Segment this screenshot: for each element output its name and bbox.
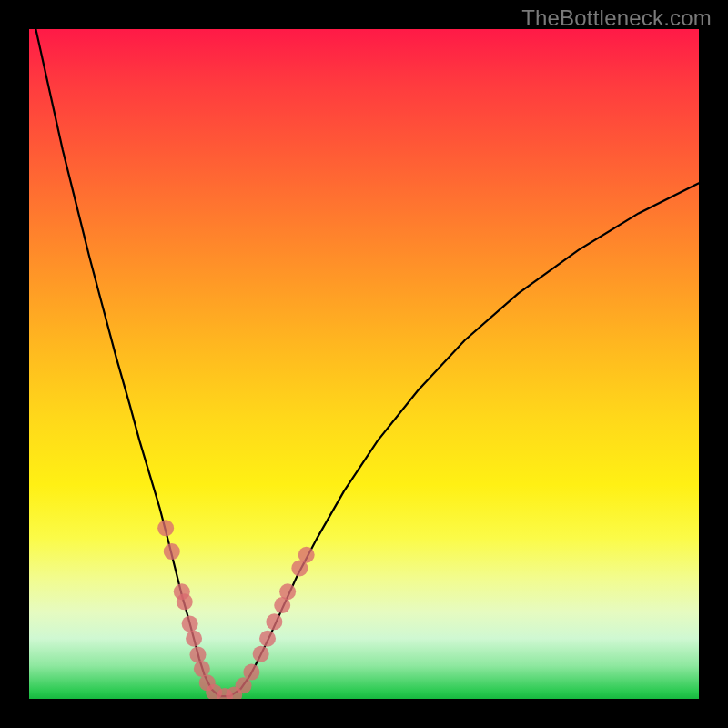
chart-frame: TheBottleneck.com	[0, 0, 728, 728]
data-point	[157, 520, 174, 536]
data-point	[177, 593, 193, 610]
data-point	[266, 613, 282, 630]
bottleneck-curve	[35, 29, 699, 696]
data-point	[279, 583, 296, 600]
data-dots	[157, 520, 315, 699]
curve-layer	[29, 29, 699, 699]
data-point	[259, 631, 276, 647]
data-point	[164, 543, 180, 560]
data-point	[298, 547, 315, 563]
watermark-text: TheBottleneck.com	[521, 5, 712, 31]
data-point	[243, 664, 259, 681]
data-point	[253, 646, 269, 662]
data-point	[182, 616, 198, 632]
data-point	[189, 646, 206, 662]
data-point	[186, 631, 202, 647]
plot-area	[29, 29, 699, 699]
data-point	[194, 661, 210, 677]
